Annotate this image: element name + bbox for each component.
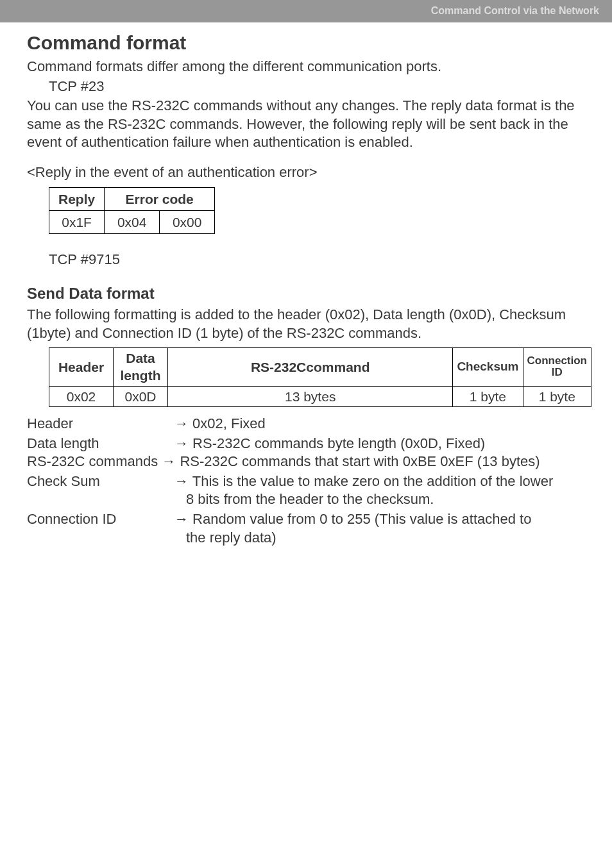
intro-para: Command formats differ among the differe…: [27, 58, 585, 76]
send-data-table: Header Data length RS-232Ccommand Checks…: [49, 347, 591, 407]
td-data-length: 0x0D: [114, 386, 168, 406]
th-connection-id: Connection ID: [523, 348, 591, 387]
td-reply: 0x1F: [49, 210, 105, 233]
def-value-connection-id-1: → Random value from 0 to 255 (This value…: [174, 510, 585, 529]
tcp23-line: TCP #23: [27, 78, 585, 96]
tcp9715-line: TCP #9715: [27, 251, 585, 269]
def-value-check-sum-2: 8 bits from the header to the checksum.: [186, 490, 585, 509]
def-value-connection-id-2: the reply data): [186, 529, 585, 547]
th-error-code: Error code: [105, 187, 215, 210]
heading-command-format: Command format: [27, 30, 585, 55]
th-data-length: Data length: [114, 348, 168, 387]
td-checksum: 1 byte: [453, 386, 523, 406]
content: Command format Command formats differ am…: [0, 22, 612, 547]
td-rs232c-command: 13 bytes: [168, 386, 453, 406]
send-data-desc: The following formatting is added to the…: [27, 306, 585, 342]
th-header: Header: [49, 348, 114, 387]
td-header: 0x02: [49, 386, 114, 406]
def-value-header: → 0x02, Fixed: [174, 415, 585, 433]
def-value-check-sum-1: → This is the value to make zero on the …: [174, 472, 585, 491]
th-rs232c-command: RS-232Ccommand: [168, 348, 453, 387]
tcp23-desc: You can use the RS-232C commands without…: [27, 97, 585, 152]
heading-send-data-format: Send Data format: [27, 283, 585, 303]
th-checksum: Checksum: [453, 348, 523, 387]
def-label-header: Header: [27, 415, 174, 433]
reply-caption: <Reply in the event of an authentication…: [27, 163, 585, 182]
def-value-data-length: → RS-232C commands byte length (0x0D, Fi…: [174, 435, 585, 453]
td-connection-id: 1 byte: [523, 386, 591, 406]
def-rs232c-commands: RS-232C commands → RS-232C commands that…: [27, 453, 585, 471]
topbar-title: Command Control via the Network: [431, 4, 599, 18]
def-label-data-length: Data length: [27, 435, 174, 453]
td-err1: 0x04: [105, 210, 160, 233]
def-label-connection-id: Connection ID: [27, 510, 174, 529]
td-err2: 0x00: [160, 210, 215, 233]
th-reply: Reply: [49, 187, 105, 210]
topbar: Command Control via the Network: [0, 0, 612, 22]
reply-table: Reply Error code 0x1F 0x04 0x00: [49, 187, 215, 235]
def-label-check-sum: Check Sum: [27, 472, 174, 491]
definitions: Header → 0x02, Fixed Data length → RS-23…: [27, 415, 585, 547]
